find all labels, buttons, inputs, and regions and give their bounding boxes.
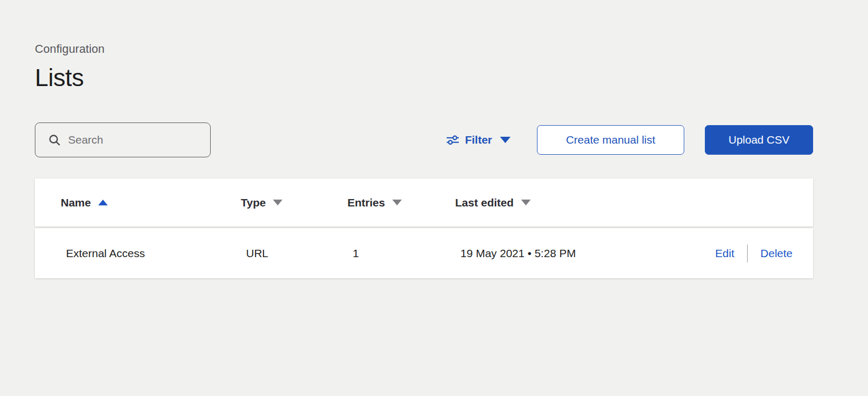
column-label-last-edited: Last edited	[455, 196, 514, 209]
column-header-last-edited[interactable]: Last edited	[455, 196, 687, 209]
search-box[interactable]	[35, 122, 211, 157]
sort-ascending-icon	[98, 200, 108, 205]
upload-csv-button[interactable]: Upload CSV	[705, 125, 813, 155]
toolbar: Filter Create manual list Upload CSV	[35, 122, 813, 157]
row-actions: Edit Delete	[687, 244, 792, 262]
table-header: Name Type Entries Last edited	[35, 178, 813, 227]
sort-descending-icon	[521, 200, 531, 205]
page-title: Lists	[35, 63, 813, 92]
cell-type: URL	[241, 247, 347, 260]
table-row: External Access URL 1 19 May 2021 • 5:28…	[35, 228, 813, 278]
column-label-type: Type	[241, 196, 266, 209]
edit-link[interactable]: Edit	[715, 247, 734, 260]
search-input[interactable]	[68, 134, 195, 146]
cell-last-edited: 19 May 2021 • 5:28 PM	[455, 247, 687, 260]
column-header-type[interactable]: Type	[241, 196, 347, 209]
column-label-entries: Entries	[347, 196, 385, 209]
column-header-entries[interactable]: Entries	[347, 196, 455, 209]
create-manual-list-button[interactable]: Create manual list	[537, 125, 684, 155]
sort-descending-icon	[392, 200, 402, 205]
sort-descending-icon	[273, 200, 282, 205]
delete-link[interactable]: Delete	[760, 247, 792, 260]
filter-button[interactable]: Filter	[446, 134, 511, 146]
filter-label: Filter	[465, 134, 492, 146]
search-icon	[48, 134, 61, 146]
lists-configuration-page: Configuration Lists Filter	[0, 0, 868, 396]
sliders-icon	[446, 135, 459, 145]
page-content: Configuration Lists Filter	[35, 0, 813, 278]
cell-name: External Access	[61, 247, 241, 260]
chevron-down-icon	[500, 137, 511, 143]
actions-divider	[747, 244, 748, 262]
cell-entries: 1	[347, 247, 455, 260]
column-header-name[interactable]: Name	[61, 196, 241, 209]
breadcrumb: Configuration	[35, 42, 813, 56]
column-label-name: Name	[61, 196, 91, 209]
